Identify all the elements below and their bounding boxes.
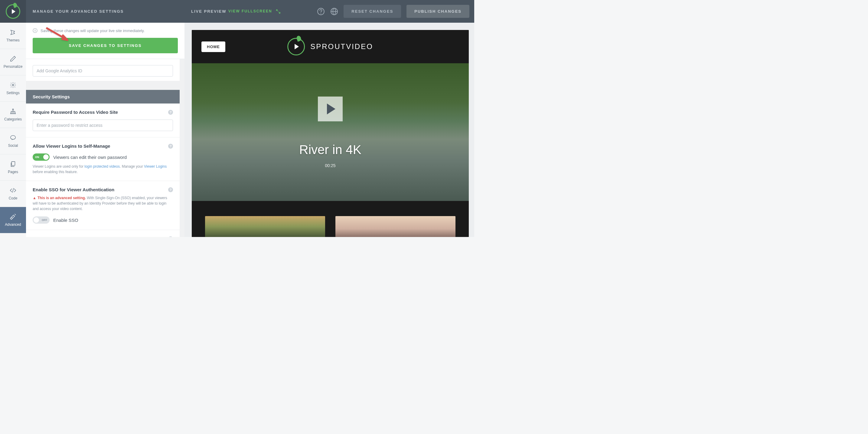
help-icon[interactable]: ? (168, 236, 173, 237)
sidebar-item-categories[interactable]: Categories (0, 102, 26, 128)
viewer-logins-link[interactable]: Viewer Logins (144, 164, 167, 169)
saml-title: SAML SSO URL (33, 236, 67, 237)
help-icon[interactable]: ? (168, 110, 173, 115)
hero-title: River in 4K (299, 143, 361, 157)
info-icon (33, 28, 37, 33)
sidebar-item-themes[interactable]: Themes (0, 23, 26, 49)
svg-rect-9 (11, 162, 15, 166)
sidebar-item-pages[interactable]: Pages (0, 154, 26, 181)
site-password-input[interactable] (33, 120, 173, 131)
hierarchy-icon (10, 108, 16, 115)
self-manage-toggle-label: Viewers can edit their own password (53, 155, 127, 160)
pages-icon (10, 161, 16, 167)
themes-icon (10, 29, 16, 36)
publish-changes-button[interactable]: PUBLISH CHANGES (406, 5, 469, 18)
sso-warning: ▲This is an advanced setting. With Singl… (33, 195, 173, 211)
self-manage-toggle[interactable]: ON (33, 153, 50, 161)
sidebar-item-settings[interactable]: Settings (0, 75, 26, 102)
app-logo[interactable] (0, 0, 26, 23)
google-analytics-input[interactable] (33, 65, 173, 77)
annotation-arrow-advanced (26, 202, 27, 220)
annotation-arrow-save (45, 26, 72, 44)
fullscreen-icon (276, 9, 280, 13)
svg-point-5 (10, 113, 12, 114)
svg-point-7 (14, 113, 16, 114)
sso-toggle[interactable]: OFF (33, 216, 50, 224)
reset-changes-button[interactable]: RESET CHANGES (344, 5, 401, 18)
page-title: MANAGE YOUR ADVANCED SETTINGS (26, 9, 130, 13)
hero-duration: 00:25 (325, 163, 335, 168)
svg-point-4 (12, 109, 13, 110)
sso-toggle-label: Enable SSO (53, 218, 78, 223)
warning-icon: ▲ (33, 196, 36, 200)
security-section-header: Security Settings (26, 90, 180, 104)
gear-icon (10, 82, 16, 88)
self-manage-title: Allow Viewer Logins to Self-Manage (33, 143, 110, 149)
preview-brand-logo: SPROUTVIDEO (287, 38, 373, 55)
app-header: MANAGE YOUR ADVANCED SETTINGS LIVE PREVI… (0, 0, 474, 23)
svg-point-8 (10, 136, 16, 140)
self-manage-helper: Viewer Logins are used only for login pr… (33, 164, 173, 175)
live-preview-label: LIVE PREVIEW (191, 9, 226, 13)
video-thumbnail[interactable] (205, 216, 325, 237)
login-protected-link[interactable]: login protected videos (84, 164, 120, 169)
svg-point-6 (12, 113, 13, 114)
chat-icon (10, 134, 16, 141)
help-icon[interactable] (317, 7, 325, 16)
help-icon[interactable]: ? (168, 187, 173, 192)
settings-panel: Saving these changes will update your li… (26, 23, 185, 237)
tools-icon (10, 213, 16, 220)
view-fullscreen-link[interactable]: VIEW FULLSCREEN (228, 9, 280, 13)
sso-title: Enable SSO for Viewer Authentication (33, 187, 114, 192)
pencil-icon (10, 55, 16, 62)
sidebar-nav: Themes Personalize Settings Categories S… (0, 23, 26, 237)
sidebar-item-code[interactable]: Code (0, 181, 26, 207)
sidebar-item-personalize[interactable]: Personalize (0, 49, 26, 75)
annotation-arrow-toggle (26, 146, 28, 160)
live-preview-pane: HOME SPROUTVIDEO River in 4K 00:25 (185, 23, 474, 237)
code-icon (10, 187, 16, 194)
help-icon[interactable]: ? (168, 144, 173, 149)
sidebar-item-social[interactable]: Social (0, 128, 26, 154)
svg-point-3 (12, 84, 14, 86)
require-password-title: Require Password to Access Video Site (33, 110, 118, 115)
video-thumbnail[interactable] (335, 216, 456, 237)
sidebar-item-advanced[interactable]: Advanced (0, 207, 26, 233)
play-button[interactable] (318, 96, 343, 121)
hero-video[interactable]: River in 4K 00:25 (192, 63, 469, 201)
globe-icon[interactable] (330, 7, 338, 16)
preview-home-button[interactable]: HOME (202, 41, 225, 52)
